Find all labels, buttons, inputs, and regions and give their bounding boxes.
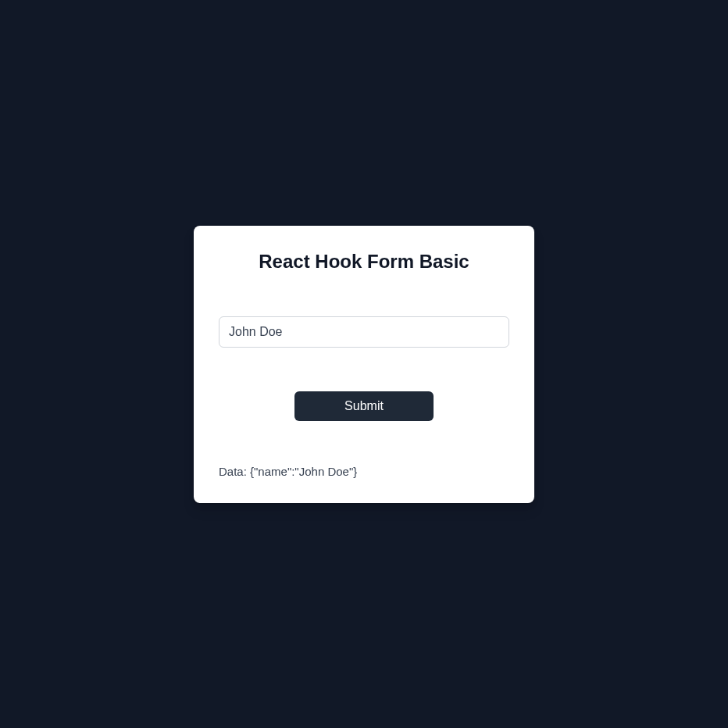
data-output: Data: {"name":"John Doe"} (219, 465, 509, 478)
submit-button[interactable]: Submit (294, 391, 434, 421)
form-card: React Hook Form Basic Submit Data: {"nam… (194, 226, 534, 503)
button-wrapper: Submit (219, 391, 509, 421)
name-input[interactable] (219, 316, 509, 348)
card-title: React Hook Form Basic (219, 251, 509, 273)
